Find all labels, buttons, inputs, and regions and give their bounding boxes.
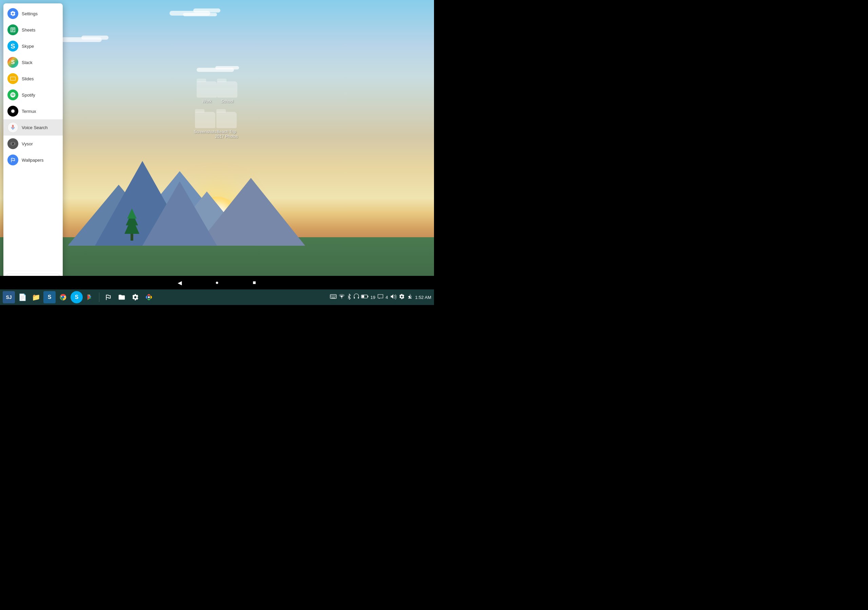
taskbar-snote-icon[interactable]: S <box>43 291 56 303</box>
cloud-5 <box>81 36 108 40</box>
svg-rect-18 <box>334 297 335 297</box>
desktop-wallpaper: Work School Screenshots Beach Trip 2017 … <box>0 0 434 305</box>
svg-rect-20 <box>331 297 335 298</box>
download-icon[interactable] <box>407 294 413 301</box>
taskbar-gear-icon[interactable] <box>399 294 405 301</box>
folder-school-icon <box>217 81 237 98</box>
nav-back-button[interactable]: ◀ <box>175 277 185 288</box>
spotify-app-label: Spotify <box>22 93 35 98</box>
cloud-7 <box>215 66 239 70</box>
tree <box>130 231 133 241</box>
termux-app-label: Termux <box>22 109 36 114</box>
termux-app-icon <box>8 106 18 116</box>
cloud-2 <box>193 8 220 12</box>
slack-app-icon: S <box>8 57 18 68</box>
voice-search-app-label: Voice Search <box>22 125 48 130</box>
slides-app-label: Slides <box>22 76 34 81</box>
battery-level: 19 <box>370 295 375 300</box>
folder-school-label: School <box>221 99 234 104</box>
taskbar-sj-icon[interactable]: SJ <box>3 291 15 303</box>
taskbar-wallpapers-icon[interactable] <box>102 291 114 303</box>
app-list[interactable]: Settings Sheets S Skype S Slack Slides <box>3 3 63 271</box>
app-item-slides[interactable]: Slides <box>3 71 63 87</box>
svg-rect-13 <box>334 296 335 296</box>
app-item-termux[interactable]: Termux <box>3 103 63 119</box>
vysor-app-icon <box>8 138 18 149</box>
app-item-wallpapers[interactable]: Wallpapers <box>3 152 63 168</box>
taskbar-chrome-icon[interactable] <box>57 291 69 303</box>
app-item-vysor[interactable]: Vysor <box>3 136 63 152</box>
time-display: 1:52 AM <box>415 295 431 300</box>
app-item-settings[interactable]: Settings <box>3 5 63 22</box>
keyboard-icon[interactable] <box>330 294 337 300</box>
svg-rect-21 <box>353 297 355 299</box>
slack-app-label: Slack <box>22 60 33 65</box>
skype-app-icon: S <box>8 41 18 51</box>
svg-rect-15 <box>330 297 331 297</box>
app-item-spotify[interactable]: Spotify <box>3 87 63 103</box>
cloud-3 <box>183 13 217 16</box>
taskbar-right: 19 4 1:52 AM <box>330 294 431 301</box>
nav-recents-button[interactable]: ■ <box>249 277 259 288</box>
slides-app-icon <box>8 73 18 84</box>
svg-rect-10 <box>330 296 331 296</box>
wallpapers-app-label: Wallpapers <box>22 158 44 163</box>
nav-bar: ◀ ● ■ <box>0 276 434 290</box>
taskbar: SJ 📄 📁 S S <box>0 290 434 305</box>
svg-rect-19 <box>335 297 336 297</box>
wifi-icon[interactable] <box>339 294 345 300</box>
folder-beach[interactable]: Beach Trip 2017 Photos <box>213 112 240 139</box>
svg-rect-25 <box>362 295 364 297</box>
volume-icon[interactable] <box>390 294 397 301</box>
svg-rect-14 <box>335 296 336 296</box>
settings-app-label: Settings <box>22 11 38 16</box>
spotify-app-icon <box>8 90 18 100</box>
taskbar-divider <box>99 293 99 302</box>
vysor-app-label: Vysor <box>22 141 33 146</box>
folder-beach-label: Beach Trip 2017 Photos <box>213 130 240 139</box>
svg-rect-1 <box>11 77 15 81</box>
svg-rect-17 <box>333 297 334 297</box>
taskbar-photos-icon[interactable] <box>143 291 155 303</box>
voice-search-app-icon <box>8 122 18 133</box>
svg-rect-24 <box>367 296 368 297</box>
skype-app-label: Skype <box>22 44 34 49</box>
app-item-voice-search[interactable]: Voice Search <box>3 119 63 136</box>
svg-point-6 <box>12 143 13 144</box>
messages-count: 4 <box>386 295 388 300</box>
taskbar-settings-icon[interactable] <box>129 291 141 303</box>
settings-app-icon <box>8 8 18 19</box>
folder-school[interactable]: School <box>214 81 241 104</box>
svg-rect-12 <box>333 296 334 296</box>
svg-point-8 <box>62 296 64 298</box>
svg-rect-16 <box>332 297 332 297</box>
app-item-skype[interactable]: S Skype <box>3 38 63 54</box>
taskbar-files-icon[interactable]: 📄 <box>16 291 28 303</box>
taskbar-playstore-icon[interactable] <box>84 291 96 303</box>
battery-icon <box>361 294 369 300</box>
folder-work-label: Work <box>202 99 212 104</box>
svg-rect-11 <box>332 296 332 296</box>
messages-icon[interactable] <box>377 294 383 300</box>
app-item-slack[interactable]: S Slack <box>3 54 63 71</box>
bluetooth-icon[interactable] <box>347 294 352 301</box>
audio-icon[interactable] <box>353 294 359 301</box>
folder-beach-icon <box>216 112 237 128</box>
app-item-sheets[interactable]: Sheets <box>3 22 63 38</box>
mountain-front-2 <box>143 181 217 246</box>
wallpapers-app-icon <box>8 155 18 166</box>
sheets-app-icon <box>8 25 18 35</box>
app-launcher: Settings Sheets S Skype S Slack Slides <box>3 3 63 286</box>
nav-home-button[interactable]: ● <box>212 277 222 288</box>
svg-rect-22 <box>358 297 359 299</box>
taskbar-folder-icon[interactable]: 📁 <box>30 291 42 303</box>
taskbar-skype-icon[interactable]: S <box>71 291 83 303</box>
folder-screenshots-icon <box>195 112 215 128</box>
sheets-app-label: Sheets <box>22 28 35 33</box>
taskbar-files2-icon[interactable] <box>116 291 128 303</box>
